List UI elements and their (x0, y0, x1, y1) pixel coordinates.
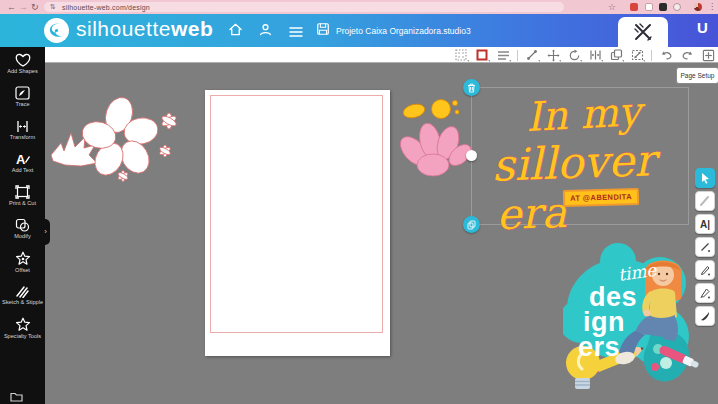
browser-refresh-icon[interactable]: ↻ (31, 1, 39, 13)
scale-object-icon[interactable] (630, 48, 644, 62)
center-on-page-icon[interactable] (701, 48, 715, 62)
sidebar-item-offset[interactable]: Offset (0, 245, 45, 278)
replicate-icon[interactable] (609, 48, 623, 62)
sidebar-item-sketch-stipple[interactable]: Sketch & Stipple (0, 278, 45, 311)
move-tool-icon[interactable] (546, 48, 560, 62)
page-margin-guide (210, 95, 383, 333)
home-icon[interactable] (228, 22, 243, 41)
brand-wordmark: silhouetteweb (76, 17, 213, 41)
sidebar-item-add-shapes[interactable]: Add Shapes (0, 47, 45, 80)
pink-flower-shape (400, 121, 475, 176)
heart-icon (15, 53, 31, 67)
add-text-icon: A (15, 152, 31, 166)
browser-menu-icon[interactable]: ⋮ (708, 1, 716, 13)
specialty-star-icon (15, 317, 31, 332)
draw-line-icon[interactable] (525, 48, 539, 62)
extension-icon-dark[interactable] (659, 3, 667, 11)
redo-icon[interactable] (680, 48, 694, 62)
text-tool-icon: A| (700, 219, 710, 230)
transform-icon (15, 120, 30, 133)
modify-icon (15, 218, 30, 232)
undo-icon[interactable] (659, 48, 673, 62)
fill-pattern-icon[interactable] (454, 48, 468, 62)
design-canvas[interactable]: In my sillover era AT @ABENDITA Page Set… (45, 63, 718, 404)
era-text-line3: era (496, 188, 568, 239)
large-flower-shape (79, 94, 160, 180)
top-toolbar (45, 47, 718, 63)
save-document-icon[interactable] (316, 22, 330, 40)
brand-web: web (171, 17, 213, 40)
silhouette-logo-icon[interactable] (44, 18, 69, 43)
accent-shapes[interactable] (400, 93, 478, 188)
left-sidebar: Add Shapes Trace Transform A Add Text Pr… (0, 47, 45, 404)
svg-text:A: A (16, 152, 26, 166)
sidebar-expand-chevron[interactable]: › (41, 219, 50, 245)
transform-spacing-icon[interactable] (588, 48, 602, 62)
page-setup-tooltip: Page Setup (676, 67, 718, 84)
select-tool-button[interactable] (695, 168, 715, 188)
sketch-icon (15, 285, 30, 298)
asterisk-flower-small (117, 171, 129, 182)
sidebar-item-add-text[interactable]: A Add Text (0, 146, 45, 179)
script-text-artwork: In my sillover era (474, 82, 690, 242)
signature-badge[interactable]: AT @ABENDITA (563, 188, 639, 207)
era-text-line1: In my (525, 88, 647, 140)
browser-forward-icon[interactable]: → (19, 1, 28, 13)
design-tools-icon (632, 21, 654, 43)
sidebar-item-trace[interactable]: Trace (0, 80, 45, 113)
asterisk-flower-medium (159, 145, 172, 157)
yellow-blob-shapes (402, 100, 459, 120)
browser-back-icon[interactable]: ← (7, 1, 16, 13)
profile-avatar-icon[interactable] (694, 3, 702, 11)
menu-hamburger-icon[interactable] (289, 24, 303, 42)
cursor-icon (700, 172, 711, 184)
text-tool-button[interactable]: A| (695, 214, 715, 234)
browser-address-bar[interactable]: ⇅ silhouette-web.com/design (44, 2, 564, 12)
extension-icon-white[interactable] (645, 3, 653, 11)
sidebar-item-specialty-tools[interactable]: Specialty Tools (0, 311, 45, 344)
white-flower-shapes[interactable] (47, 93, 197, 203)
print-cut-icon (15, 185, 30, 199)
trace-icon (15, 86, 30, 100)
sidebar-item-modify[interactable]: Modify (0, 212, 45, 245)
line-style-icon[interactable] (496, 48, 510, 62)
design-tools-tab[interactable] (618, 17, 668, 47)
era-text-line2: sillover (491, 134, 662, 191)
td-word-ers: ers (578, 332, 620, 362)
url-text: silhouette-web.com/design (62, 4, 150, 11)
sidebar-item-print-cut[interactable]: Print & Cut (0, 179, 45, 212)
brand-silhouette: silhouette (76, 17, 171, 40)
bookmark-star-icon[interactable]: ☆ (608, 1, 616, 13)
document-title: Projeto Caixa Organizadora.studio3 (336, 26, 471, 36)
offset-star-icon (15, 251, 31, 266)
browser-chrome-bar: ← → ↻ ⇅ silhouette-web.com/design ☆ ⋮ (0, 0, 718, 14)
stroke-color-icon[interactable] (475, 48, 489, 62)
app-header: silhouetteweb Projeto Caixa Organizadora… (0, 14, 718, 47)
extensions-puzzle-icon[interactable] (673, 3, 681, 11)
asterisk-flower-large (160, 113, 177, 129)
partner-logo[interactable]: U (697, 19, 708, 36)
eraser-tool-button[interactable] (695, 191, 715, 211)
account-icon[interactable] (258, 22, 273, 41)
document-page[interactable] (205, 90, 390, 356)
site-settings-icon[interactable]: ⇅ (50, 3, 56, 11)
eraser-icon (699, 195, 711, 207)
library-folder-icon[interactable] (10, 391, 23, 402)
rotate-tool-icon[interactable] (567, 48, 581, 62)
sidebar-item-transform[interactable]: Transform (0, 113, 45, 146)
time-designers-logo: time des ign ers (563, 241, 708, 404)
extension-icon-red[interactable] (630, 3, 638, 11)
